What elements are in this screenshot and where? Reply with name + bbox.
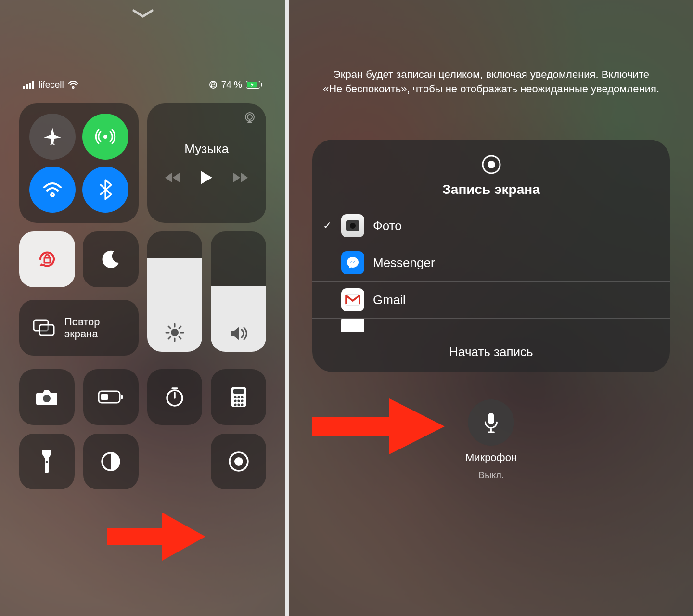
- dark-mode-icon: [100, 451, 121, 472]
- destination-label: Gmail: [373, 293, 406, 308]
- microphone-label: Микрофон: [465, 451, 517, 464]
- wifi-toggle[interactable]: [29, 167, 76, 213]
- svg-point-31: [234, 396, 236, 398]
- app-icon: [341, 318, 364, 332]
- svg-rect-44: [107, 528, 165, 545]
- svg-point-48: [350, 223, 356, 229]
- svg-point-39: [241, 403, 243, 406]
- timer-tile[interactable]: [147, 369, 203, 425]
- battery-pct: 74 %: [221, 79, 242, 90]
- messenger-app-icon: [341, 251, 364, 274]
- status-bar: lifecell 74 %: [23, 79, 262, 90]
- svg-rect-25: [101, 394, 108, 400]
- arrow-annotation-icon: [107, 508, 208, 565]
- bluetooth-toggle[interactable]: [82, 167, 128, 213]
- destination-row-messenger[interactable]: Messenger: [312, 244, 670, 281]
- airplane-icon: [42, 126, 63, 147]
- svg-point-34: [234, 399, 236, 402]
- volume-slider[interactable]: [211, 231, 266, 352]
- screen-mirroring-tile[interactable]: Повтор экрана: [19, 300, 139, 356]
- microphone-toggle[interactable]: [468, 399, 514, 446]
- flashlight-tile[interactable]: [19, 434, 75, 489]
- svg-rect-51: [488, 413, 494, 424]
- screen-record-tile[interactable]: [211, 434, 266, 489]
- airplane-mode-toggle[interactable]: [29, 114, 76, 160]
- svg-rect-30: [233, 389, 244, 394]
- svg-point-43: [234, 457, 243, 466]
- modal-title: Запись экрана: [442, 182, 539, 197]
- screen-record-icon: [481, 154, 502, 175]
- music-title: Музыка: [184, 141, 229, 156]
- battery-icon: [246, 81, 262, 89]
- svg-rect-12: [39, 325, 54, 335]
- dnd-moon-icon: [101, 249, 121, 270]
- destination-row-more[interactable]: [312, 318, 670, 332]
- svg-rect-1: [26, 84, 28, 89]
- svg-rect-24: [121, 395, 123, 399]
- airplay-icon[interactable]: [243, 111, 257, 125]
- microphone-state: Выкл.: [478, 470, 504, 481]
- svg-line-19: [179, 337, 181, 339]
- svg-line-18: [168, 326, 170, 328]
- control-center-screenshot: lifecell 74 %: [0, 0, 285, 616]
- destination-row-gmail[interactable]: Gmail: [312, 281, 670, 318]
- svg-point-38: [237, 403, 240, 406]
- svg-line-20: [179, 326, 181, 328]
- svg-line-21: [168, 337, 170, 339]
- photos-app-icon: [341, 214, 364, 237]
- svg-point-8: [103, 135, 107, 139]
- screen-record-modal-screenshot: Экран будет записан целиком, включая уве…: [289, 0, 693, 616]
- cellular-data-toggle[interactable]: [82, 114, 128, 160]
- svg-rect-3: [32, 81, 34, 89]
- orientation-lock-icon: [36, 248, 59, 271]
- low-power-tile[interactable]: [83, 369, 139, 425]
- brightness-icon: [165, 323, 184, 342]
- orientation-lock-tile[interactable]: [19, 231, 75, 287]
- dark-mode-tile[interactable]: [83, 434, 139, 489]
- svg-point-36: [241, 399, 243, 402]
- svg-point-22: [43, 395, 51, 402]
- orientation-lock-status-icon: [209, 80, 218, 89]
- bluetooth-icon: [99, 179, 112, 200]
- volume-icon: [229, 325, 249, 342]
- screen-mirroring-label: Повтор экрана: [64, 316, 100, 340]
- wifi-status-icon: [68, 81, 78, 89]
- carrier-label: lifecell: [38, 79, 64, 90]
- calculator-icon: [230, 386, 247, 408]
- destination-label: Фото: [373, 218, 402, 233]
- low-power-icon: [98, 390, 124, 404]
- chevron-down-icon[interactable]: [132, 9, 154, 20]
- svg-point-46: [488, 161, 495, 168]
- camera-tile[interactable]: [19, 369, 75, 425]
- calculator-tile[interactable]: [211, 369, 266, 425]
- svg-point-32: [237, 396, 240, 398]
- svg-rect-7: [261, 83, 262, 87]
- svg-point-35: [237, 399, 240, 402]
- play-button[interactable]: [200, 170, 213, 185]
- check-icon: ✓: [323, 219, 332, 232]
- svg-point-13: [171, 329, 179, 336]
- svg-rect-52: [312, 417, 394, 436]
- do-not-disturb-tile[interactable]: [83, 231, 139, 287]
- svg-point-40: [46, 461, 48, 463]
- destination-row-photo[interactable]: ✓ Фото: [312, 207, 670, 244]
- camera-icon: [35, 388, 58, 406]
- destination-label: Messenger: [373, 256, 435, 270]
- svg-rect-0: [23, 86, 25, 89]
- arrow-annotation-icon: [312, 395, 447, 457]
- screen-mirror-icon: [32, 318, 56, 337]
- brightness-slider[interactable]: [147, 231, 203, 352]
- gmail-app-icon: [341, 288, 364, 311]
- timer-icon: [164, 386, 185, 408]
- start-recording-button[interactable]: Начать запись: [312, 332, 670, 372]
- forward-button[interactable]: [232, 172, 249, 183]
- svg-point-37: [234, 403, 236, 406]
- flashlight-icon: [40, 449, 53, 474]
- screen-record-modal: Запись экрана ✓ Фото Messenger: [312, 140, 670, 372]
- cellular-icon: [95, 126, 116, 147]
- svg-rect-2: [29, 83, 31, 89]
- rewind-button[interactable]: [164, 172, 180, 183]
- recording-info-text: Экран будет записан целиком, включая уве…: [323, 67, 659, 96]
- music-panel[interactable]: Музыка: [147, 103, 267, 223]
- connectivity-panel[interactable]: [19, 103, 139, 223]
